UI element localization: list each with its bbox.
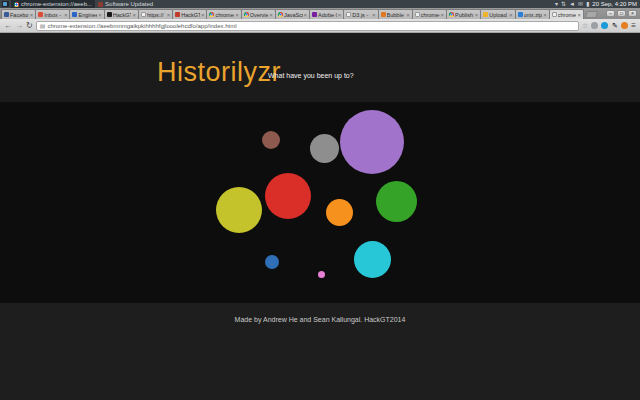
site-header: Historilyzr What have you been up to? [0, 33, 640, 102]
taskbar-window[interactable]: Software Updated [95, 0, 156, 8]
tab-close-icon[interactable]: × [30, 12, 34, 18]
tab[interactable]: chrome-× [206, 9, 241, 19]
tab[interactable]: Upload× [480, 9, 515, 19]
applications-menu-icon[interactable] [2, 1, 9, 7]
new-tab-button[interactable] [585, 11, 598, 18]
tab[interactable]: Enginee× [69, 9, 104, 19]
minimize-button[interactable]: – [606, 10, 615, 17]
bookmark-star-icon[interactable]: ☆ [582, 22, 588, 29]
url-text[interactable]: chrome-extension://aeebmnmgaikpkihhhhfgj… [47, 23, 236, 29]
site-favicon-icon [72, 12, 77, 17]
tab-close-icon[interactable]: × [441, 12, 445, 18]
footer-credit: Made by Andrew He and Sean Kallungal. Ha… [235, 316, 406, 323]
tab-close-icon[interactable]: × [304, 12, 308, 18]
tab-title: HackGT [113, 12, 132, 18]
tab-title: HackGT [181, 12, 200, 18]
tab-close-icon[interactable]: × [577, 12, 581, 18]
arrow-down-icon[interactable]: ▾ [555, 0, 558, 8]
tray-icons: ▾⇅◄✉▮ [555, 0, 589, 8]
site-favicon-icon [107, 12, 112, 17]
tab-close-icon[interactable]: × [64, 12, 68, 18]
tab-close-icon[interactable]: × [475, 12, 479, 18]
tabs: Facebo×Inbox -×Enginee×HackGT×https://×H… [1, 9, 583, 19]
tab[interactable]: HackGT× [104, 9, 139, 19]
tab[interactable]: unix.zip× [515, 9, 550, 19]
tab-close-icon[interactable]: × [406, 12, 410, 18]
tab-close-icon[interactable]: × [269, 12, 273, 18]
maximize-button[interactable]: □ [617, 10, 626, 17]
battery-icon[interactable]: ▮ [586, 0, 589, 8]
tab-title: Inbox - [44, 12, 63, 18]
extension-icon-colored[interactable] [621, 22, 628, 29]
menu-icon[interactable]: ≡ [631, 22, 636, 30]
tab[interactable]: https://× [138, 9, 173, 19]
tab-title: Upload [489, 12, 508, 18]
history-bubble[interactable] [376, 181, 417, 222]
history-bubble[interactable] [318, 271, 325, 278]
tab-close-icon[interactable]: × [167, 12, 171, 18]
network-icon[interactable]: ⇅ [561, 0, 566, 8]
close-button[interactable]: × [628, 10, 637, 17]
extension-icon-gray[interactable] [591, 22, 598, 29]
tab-close-icon[interactable]: × [132, 12, 136, 18]
volume-icon[interactable]: ◄ [569, 0, 575, 8]
tab-close-icon[interactable]: × [509, 12, 513, 18]
site-footer: Made by Andrew He and Sean Kallungal. Ha… [0, 303, 640, 400]
tab-title: Adobe C [318, 12, 337, 18]
tab-close-icon[interactable]: × [98, 12, 102, 18]
tab[interactable]: Publish× [446, 9, 481, 19]
tab-close-icon[interactable]: × [201, 12, 205, 18]
tab[interactable]: Inbox -× [35, 9, 70, 19]
tab-title: chrome- [421, 12, 440, 18]
site-favicon-icon [175, 12, 180, 17]
doc-favicon-icon [552, 12, 557, 17]
back-icon[interactable]: ← [4, 22, 12, 30]
tab-close-icon[interactable]: × [235, 12, 239, 18]
tab-title: Overvie [250, 12, 269, 18]
taskbar-window[interactable]: chrome-extension://aeeb... [11, 0, 95, 8]
tab[interactable]: chrome-× [549, 9, 584, 19]
history-bubble[interactable] [262, 131, 280, 149]
tab-close-icon[interactable]: × [543, 12, 547, 18]
extension-icon-blue[interactable] [601, 22, 608, 29]
tab-strip: Facebo×Inbox -×Enginee×HackGT×https://×H… [0, 8, 640, 19]
history-bubble[interactable] [265, 173, 311, 219]
tab-title: Facebo [10, 12, 29, 18]
history-bubble[interactable] [265, 255, 279, 269]
tab-title: chrome- [215, 12, 234, 18]
tab[interactable]: chrome-× [412, 9, 447, 19]
extension-icon-pencil[interactable]: ✎ [611, 22, 618, 29]
gmail-favicon-icon [38, 12, 43, 17]
history-bubble[interactable] [354, 241, 391, 278]
history-bubble[interactable] [326, 199, 353, 226]
tab[interactable]: Overvie× [241, 9, 276, 19]
tab-close-icon[interactable]: × [372, 12, 376, 18]
page-title: Historilyzr [157, 59, 281, 86]
reload-icon[interactable]: ↻ [26, 22, 33, 30]
history-bubble[interactable] [340, 110, 404, 174]
software-update-icon [98, 2, 103, 7]
tab[interactable]: D3.js -× [343, 9, 378, 19]
window-controls: –□× [606, 10, 637, 17]
tab[interactable]: Adobe C× [309, 9, 344, 19]
history-bubble[interactable] [310, 134, 339, 163]
tab-close-icon[interactable]: × [338, 12, 342, 18]
extension-icons: ✎ [591, 22, 628, 29]
tab-title: chrome- [558, 12, 577, 18]
tab[interactable]: Bubble× [378, 9, 413, 19]
history-bubble[interactable] [216, 187, 262, 233]
tab[interactable]: Facebo× [1, 9, 36, 19]
browser-toolbar: ← → ↻ ▤ chrome-extension://aeebmnmgaikpk… [0, 19, 640, 33]
doc-favicon-icon [415, 12, 420, 17]
tab[interactable]: HackGT× [172, 9, 207, 19]
tab[interactable]: JavaScri× [275, 9, 310, 19]
tab-title: unix.zip [524, 12, 543, 18]
taskbar-window-label: chrome-extension://aeeb... [21, 0, 92, 8]
mail-icon[interactable]: ✉ [578, 0, 583, 8]
forward-icon[interactable]: → [15, 22, 23, 30]
page-icon: ▤ [40, 23, 46, 29]
tab-title: https:// [147, 12, 166, 18]
address-bar[interactable]: ▤ chrome-extension://aeebmnmgaikpkihhhhf… [36, 21, 579, 31]
chrome-favicon-icon [244, 12, 249, 17]
doc-favicon-icon [346, 12, 351, 17]
